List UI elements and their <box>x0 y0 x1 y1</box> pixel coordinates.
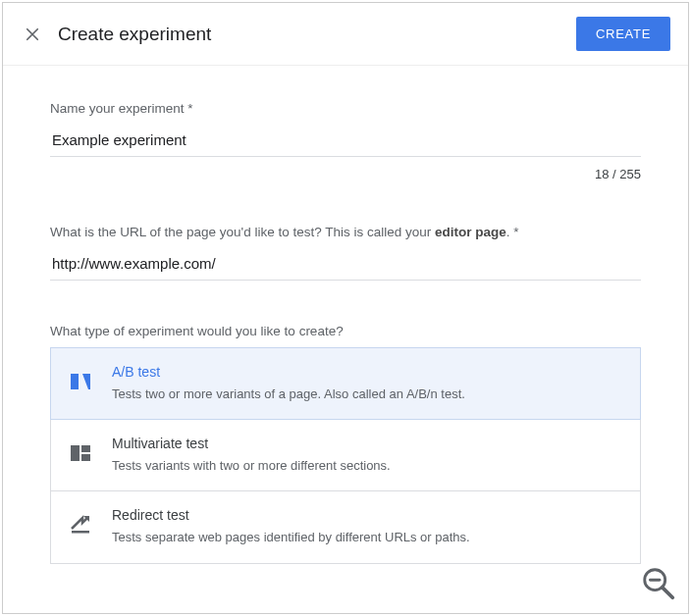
type-option-body: Multivariate test Tests variants with tw… <box>112 436 391 475</box>
type-option-ab-test[interactable]: A/B test Tests two or more variants of a… <box>50 347 641 420</box>
type-section: What type of experiment would you like t… <box>50 324 641 564</box>
close-button[interactable] <box>21 23 44 46</box>
type-label: What type of experiment would you like t… <box>50 324 641 338</box>
zoom-out-icon <box>640 565 677 602</box>
svg-rect-0 <box>71 374 79 389</box>
svg-rect-8 <box>72 531 89 534</box>
multivariate-icon <box>69 441 92 465</box>
url-label: What is the URL of the page you'd like t… <box>50 225 641 239</box>
name-char-count: 18 / 255 <box>50 167 641 181</box>
type-option-multivariate[interactable]: Multivariate test Tests variants with tw… <box>50 419 641 491</box>
url-label-prefix: What is the URL of the page you'd like t… <box>50 225 435 239</box>
close-icon <box>24 26 41 43</box>
create-button[interactable]: CREATE <box>576 17 670 51</box>
type-option-title: Redirect test <box>112 507 470 523</box>
name-section: Name your experiment * 18 / 255 <box>50 101 641 181</box>
type-option-title: A/B test <box>112 364 465 380</box>
type-option-desc: Tests variants with two or more differen… <box>112 457 391 475</box>
type-option-desc: Tests separate web pages identified by d… <box>112 529 470 546</box>
redirect-icon <box>69 513 92 537</box>
svg-rect-5 <box>81 445 90 452</box>
create-experiment-dialog: Create experiment CREATE Name your exper… <box>2 2 689 614</box>
svg-line-11 <box>663 588 672 597</box>
type-option-body: A/B test Tests two or more variants of a… <box>112 364 465 403</box>
url-section: What is the URL of the page you'd like t… <box>50 225 641 281</box>
svg-rect-4 <box>71 445 80 461</box>
ab-test-icon <box>69 370 92 393</box>
dialog-content: Name your experiment * 18 / 255 What is … <box>3 66 688 613</box>
name-label: Name your experiment * <box>50 101 641 116</box>
url-label-suffix: . * <box>506 225 519 239</box>
url-label-bold: editor page <box>435 225 506 239</box>
svg-rect-6 <box>81 454 90 461</box>
url-input[interactable] <box>50 249 641 281</box>
type-option-redirect[interactable]: Redirect test Tests separate web pages i… <box>50 490 641 563</box>
type-option-desc: Tests two or more variants of a page. Al… <box>112 385 465 403</box>
type-option-body: Redirect test Tests separate web pages i… <box>112 507 470 546</box>
dialog-title: Create experiment <box>58 24 576 45</box>
zoom-out-button[interactable] <box>640 565 677 602</box>
dialog-header: Create experiment CREATE <box>3 3 688 66</box>
name-input[interactable] <box>50 126 641 157</box>
type-option-title: Multivariate test <box>112 436 391 451</box>
